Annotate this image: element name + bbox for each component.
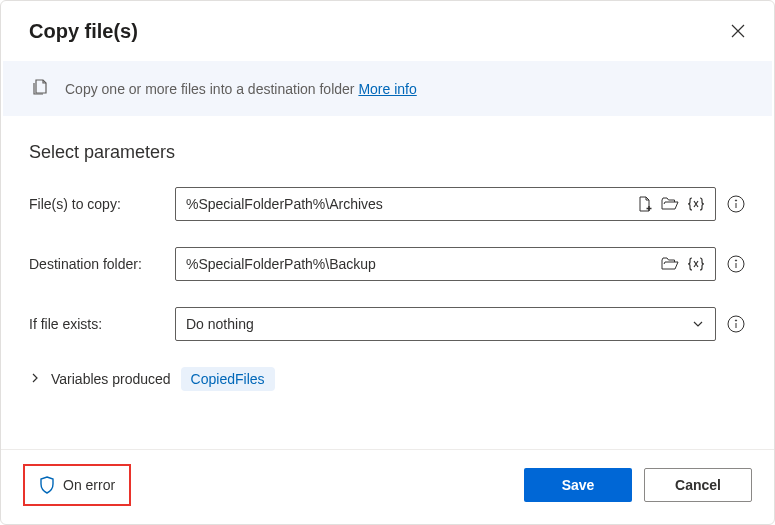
select-variable-button[interactable] xyxy=(683,192,709,216)
folder-open-icon xyxy=(661,196,679,212)
select-file-button[interactable] xyxy=(633,192,657,216)
section-title: Select parameters xyxy=(29,142,746,163)
dialog-title: Copy file(s) xyxy=(29,20,138,43)
footer-actions: Save Cancel xyxy=(524,468,752,502)
on-error-label: On error xyxy=(63,477,115,493)
info-banner: Copy one or more files into a destinatio… xyxy=(3,61,772,116)
files-to-copy-input-wrap xyxy=(175,187,716,221)
more-info-link[interactable]: More info xyxy=(358,81,416,97)
variables-produced-label: Variables produced xyxy=(51,371,171,387)
destination-folder-label: Destination folder: xyxy=(29,256,165,272)
dialog-footer: On error Save Cancel xyxy=(1,449,774,524)
info-icon xyxy=(727,315,745,333)
dialog-header: Copy file(s) xyxy=(1,1,774,61)
if-file-exists-label: If file exists: xyxy=(29,316,165,332)
destination-folder-info[interactable] xyxy=(726,254,746,274)
variable-chip-copiedfiles[interactable]: CopiedFiles xyxy=(181,367,275,391)
destination-select-variable-button[interactable] xyxy=(683,252,709,276)
folder-open-icon xyxy=(661,256,679,272)
browse-folder-button[interactable] xyxy=(657,192,683,216)
files-to-copy-label: File(s) to copy: xyxy=(29,196,165,212)
variables-toggle[interactable] xyxy=(29,371,41,387)
shield-icon xyxy=(39,476,55,494)
info-icon xyxy=(727,255,745,273)
chevron-down-icon xyxy=(691,317,705,331)
variable-icon xyxy=(687,196,705,212)
dialog-body: Select parameters File(s) to copy: xyxy=(1,116,774,449)
svg-point-3 xyxy=(735,260,736,261)
if-file-exists-info[interactable] xyxy=(726,314,746,334)
banner-description: Copy one or more files into a destinatio… xyxy=(65,81,355,97)
destination-folder-input-wrap xyxy=(175,247,716,281)
destination-folder-row: Destination folder: xyxy=(29,247,746,281)
destination-folder-input[interactable] xyxy=(186,256,657,272)
variables-produced-row: Variables produced CopiedFiles xyxy=(29,367,746,391)
copy-files-dialog: Copy file(s) Copy one or more files into… xyxy=(0,0,775,525)
on-error-button[interactable]: On error xyxy=(23,464,131,506)
if-file-exists-select[interactable]: Do nothing xyxy=(175,307,716,341)
save-button[interactable]: Save xyxy=(524,468,632,502)
browse-destination-button[interactable] xyxy=(657,252,683,276)
cancel-button[interactable]: Cancel xyxy=(644,468,752,502)
files-to-copy-row: File(s) to copy: xyxy=(29,187,746,221)
file-plus-icon xyxy=(637,196,653,212)
banner-text: Copy one or more files into a destinatio… xyxy=(65,81,417,97)
if-file-exists-value: Do nothing xyxy=(186,316,254,332)
files-to-copy-info[interactable] xyxy=(726,194,746,214)
copy-file-icon xyxy=(31,77,51,100)
if-file-exists-row: If file exists: Do nothing xyxy=(29,307,746,341)
svg-point-1 xyxy=(735,200,736,201)
svg-point-5 xyxy=(735,320,736,321)
files-to-copy-input[interactable] xyxy=(186,196,633,212)
chevron-right-icon xyxy=(29,372,41,384)
variable-icon xyxy=(687,256,705,272)
info-icon xyxy=(727,195,745,213)
close-button[interactable] xyxy=(726,19,750,43)
close-icon xyxy=(730,23,746,39)
